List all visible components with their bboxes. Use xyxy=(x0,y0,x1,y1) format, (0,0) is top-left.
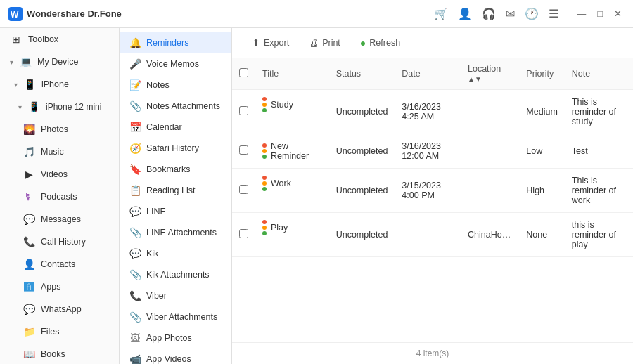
mail-icon[interactable]: ✉ xyxy=(506,7,515,20)
lineattachments-icon: 📎 xyxy=(129,227,141,238)
select-all-checkbox[interactable] xyxy=(239,68,248,77)
row-status: Uncompleted xyxy=(329,134,395,169)
chevron-icon: ▾ xyxy=(18,103,22,111)
sidebar-item-mydevice[interactable]: ▾ 💻 My Device xyxy=(0,51,119,73)
mid-item-kikattachments[interactable]: 📎 Kik Attachments xyxy=(120,264,231,285)
whatsapp-icon: 💬 xyxy=(23,303,35,316)
mid-item-reminders[interactable]: 🔔 Reminders xyxy=(120,32,231,53)
sidebar-item-photos[interactable]: 🌄 Photos xyxy=(0,118,119,141)
history-icon[interactable]: 🕐 xyxy=(525,7,539,20)
title-bar: W Wondershare Dr.Fone 🛒 👤 🎧 ✉ 🕐 ☰ — □ ✕ xyxy=(0,0,633,28)
music-icon: 🎵 xyxy=(23,145,35,158)
kikattachments-icon: 📎 xyxy=(129,269,141,280)
app-title: Wondershare Dr.Fone xyxy=(27,8,122,19)
mid-item-kik[interactable]: 💬 Kik xyxy=(120,243,231,264)
sidebar-middle: 🔔 Reminders 🎤 Voice Memos 📝 Notes 📎 Note… xyxy=(120,28,232,364)
row-note: This is reminder of work xyxy=(565,169,633,213)
user-icon[interactable]: 👤 xyxy=(458,7,472,20)
menu-icon[interactable]: ☰ xyxy=(549,7,558,20)
iphone-icon: 📱 xyxy=(23,78,36,91)
export-button[interactable]: ⬆ Export xyxy=(243,34,298,52)
mid-item-voicememos[interactable]: 🎤 Voice Memos xyxy=(120,53,231,74)
row-date: 3/16/2023 12:00 AM xyxy=(395,134,461,169)
row-checkbox-cell xyxy=(232,213,255,257)
refresh-button[interactable]: ● Refresh xyxy=(352,34,409,52)
row-checkbox[interactable] xyxy=(239,106,248,115)
row-checkbox[interactable] xyxy=(239,229,248,238)
reminder-color-dots xyxy=(262,176,267,191)
logo-icon: W xyxy=(8,7,23,21)
row-note: Test xyxy=(565,134,633,169)
sidebar-item-callhistory[interactable]: 📞 Call History xyxy=(0,230,119,253)
reminders-table: Title Status Date Location ▲▼ Priority N… xyxy=(232,58,633,257)
row-checkbox-cell xyxy=(232,169,255,213)
mid-item-viberattachments[interactable]: 📎 Viber Attachments xyxy=(120,306,231,327)
mid-item-lineattachments[interactable]: 📎 LINE Attachments xyxy=(120,222,231,243)
row-date: 3/15/2023 4:00 PM xyxy=(395,169,461,213)
sidebar-label-music: Music xyxy=(41,147,64,157)
location-sort-icon[interactable]: ▲▼ xyxy=(468,75,482,83)
title-bar-actions: 🛒 👤 🎧 ✉ 🕐 ☰ — □ ✕ xyxy=(434,7,625,20)
sidebar-item-iphone[interactable]: ▾ 📱 iPhone xyxy=(0,73,119,96)
sidebar-item-messages[interactable]: 💬 Messages xyxy=(0,208,119,230)
viberattachments-icon: 📎 xyxy=(129,311,141,323)
mid-item-notes[interactable]: 📝 Notes xyxy=(120,74,231,96)
mid-item-readinglist[interactable]: 📋 Reading List xyxy=(120,180,231,201)
mid-label-viberattachments: Viber Attachments xyxy=(146,312,217,322)
mid-label-voicememos: Voice Memos xyxy=(146,59,199,69)
row-status: Uncompleted xyxy=(329,90,395,134)
sidebar-label-iphone12mini: iPhone 12 mini xyxy=(46,102,101,112)
sidebar-item-contacts[interactable]: 👤 Contacts xyxy=(0,253,119,275)
mid-item-bookmarks[interactable]: 🔖 Bookmarks xyxy=(120,159,231,180)
row-checkbox-cell xyxy=(232,90,255,134)
mid-item-appphotos[interactable]: 🖼 App Photos xyxy=(120,327,231,349)
sidebar-item-apps[interactable]: 🅰 Apps xyxy=(0,275,119,298)
sidebar-label-mydevice: My Device xyxy=(37,57,78,67)
close-button[interactable]: ✕ xyxy=(611,7,625,20)
sidebar-item-whatsapp[interactable]: 💬 WhatsApp xyxy=(0,298,119,320)
row-priority: Medium xyxy=(519,90,564,134)
mid-label-notesattachments: Notes Attachments xyxy=(146,101,220,111)
mid-item-viber[interactable]: 📞 Viber xyxy=(120,285,231,306)
print-button[interactable]: 🖨 Print xyxy=(300,34,349,52)
mid-label-kik: Kik xyxy=(146,249,158,259)
row-checkbox[interactable] xyxy=(239,145,248,155)
table-row: Work Uncompleted 3/15/2023 4:00 PM High … xyxy=(232,169,633,213)
sidebar-item-videos[interactable]: ▶ Videos xyxy=(0,163,119,186)
viber-icon: 📞 xyxy=(129,290,141,301)
mid-item-calendar[interactable]: 📅 Calendar xyxy=(120,117,231,138)
sidebar-item-iphone12mini[interactable]: ▾ 📱 iPhone 12 mini xyxy=(0,96,119,118)
sidebar-item-toolbox[interactable]: ⊞ Toolbox xyxy=(0,28,119,51)
mid-label-bookmarks: Bookmarks xyxy=(146,164,191,174)
sidebar-label-contacts: Contacts xyxy=(41,259,75,269)
cart-icon[interactable]: 🛒 xyxy=(434,7,448,20)
col-title: Title xyxy=(255,58,329,90)
sidebar-left: ⊞ Toolbox ▾ 💻 My Device ▾ 📱 iPhone ▾ 📱 i… xyxy=(0,28,120,364)
row-note: this is reminder of play xyxy=(565,213,633,257)
row-status: Uncompleted xyxy=(329,213,395,257)
sidebar-item-files[interactable]: 📁 Files xyxy=(0,320,119,343)
maximize-button[interactable]: □ xyxy=(594,7,606,20)
sidebar-item-books[interactable]: 📖 Books xyxy=(0,343,119,364)
minimize-button[interactable]: — xyxy=(574,7,589,20)
mid-item-appvideos[interactable]: 📹 App Videos xyxy=(120,349,231,364)
appvideos-icon: 📹 xyxy=(129,353,141,364)
row-location xyxy=(461,90,519,134)
row-location xyxy=(461,169,519,213)
export-icon: ⬆ xyxy=(252,37,260,48)
sidebar-item-podcasts[interactable]: 🎙 Podcasts xyxy=(0,186,119,208)
mid-item-notesattachments[interactable]: 📎 Notes Attachments xyxy=(120,96,231,117)
mid-item-safarihistory[interactable]: 🧭 Safari History xyxy=(120,138,231,159)
reminders-icon: 🔔 xyxy=(129,37,141,48)
col-location: Location ▲▼ xyxy=(461,58,519,90)
sidebar-item-music[interactable]: 🎵 Music xyxy=(0,141,119,163)
mid-label-appvideos: App Videos xyxy=(146,354,191,364)
row-checkbox[interactable] xyxy=(239,185,248,194)
headset-icon[interactable]: 🎧 xyxy=(482,7,496,20)
mid-item-line[interactable]: 💬 LINE xyxy=(120,201,231,222)
table-row: New Reminder Uncompleted 3/16/2023 12:00… xyxy=(232,134,633,169)
print-icon: 🖨 xyxy=(309,37,319,48)
window-controls: — □ ✕ xyxy=(574,7,625,20)
kik-icon: 💬 xyxy=(129,248,141,259)
row-title: Work xyxy=(255,169,329,198)
